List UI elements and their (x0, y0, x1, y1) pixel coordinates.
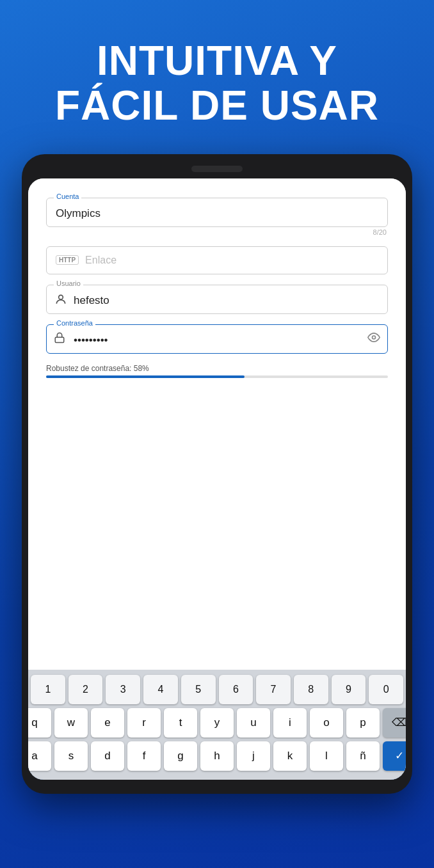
hero-line1: INTUITIVA Y (97, 38, 337, 84)
key-k[interactable]: k (273, 741, 307, 771)
key-1[interactable]: 1 (31, 675, 65, 704)
key-e[interactable]: e (91, 708, 124, 738)
tablet-wrapper: Cuenta 8/20 HTTP Enlace Usuario (0, 154, 434, 794)
key-p[interactable]: p (346, 708, 380, 738)
key-2[interactable]: 2 (68, 675, 103, 704)
keyboard-row-qwerty: q w e r t y u i o p ⌫ (31, 708, 403, 738)
strength-bar-fill (46, 375, 245, 378)
keyboard: 1 2 3 4 5 6 7 8 9 0 q w e r t (28, 670, 406, 780)
key-t[interactable]: t (164, 708, 197, 738)
key-u[interactable]: u (237, 708, 270, 738)
key-a[interactable]: a (28, 741, 51, 771)
key-d[interactable]: d (91, 741, 124, 771)
key-j[interactable]: j (237, 741, 270, 771)
hero-title: INTUITIVA Y FÁCIL DE USAR (0, 38, 434, 129)
key-o[interactable]: o (310, 708, 343, 738)
user-icon (54, 292, 68, 306)
tablet-notch (191, 166, 243, 172)
key-5[interactable]: 5 (181, 675, 216, 704)
key-r[interactable]: r (127, 708, 161, 738)
user-input[interactable] (46, 285, 388, 314)
svg-rect-1 (55, 337, 64, 342)
password-input[interactable] (46, 324, 388, 354)
eye-icon[interactable] (367, 331, 380, 347)
key-g[interactable]: g (164, 741, 197, 771)
key-4[interactable]: 4 (143, 675, 178, 704)
key-confirm[interactable]: ✓ (383, 741, 406, 771)
form-area: Cuenta 8/20 HTTP Enlace Usuario (28, 178, 406, 391)
hero-line2: FÁCIL DE USAR (55, 83, 379, 129)
key-i[interactable]: i (273, 708, 307, 738)
key-f[interactable]: f (127, 741, 161, 771)
password-label: Contraseña (54, 319, 95, 327)
user-field-group: Usuario (46, 285, 388, 314)
strength-bar-bg (46, 375, 388, 378)
key-w[interactable]: w (54, 708, 88, 738)
tablet-screen: Cuenta 8/20 HTTP Enlace Usuario (28, 178, 406, 780)
account-input[interactable] (46, 198, 388, 227)
user-label: Usuario (54, 280, 83, 287)
key-y[interactable]: y (200, 708, 234, 738)
content-area (28, 391, 406, 596)
account-field-group: Cuenta 8/20 (46, 198, 388, 236)
password-field-group: Contraseña (46, 324, 388, 354)
link-field[interactable]: HTTP Enlace (46, 246, 388, 274)
keyboard-row-numbers: 1 2 3 4 5 6 7 8 9 0 (31, 675, 403, 704)
key-7[interactable]: 7 (256, 675, 291, 704)
key-h[interactable]: h (200, 741, 234, 771)
http-badge: HTTP (56, 255, 79, 265)
key-8[interactable]: 8 (294, 675, 328, 704)
key-3[interactable]: 3 (106, 675, 140, 704)
key-n[interactable]: ñ (346, 741, 380, 771)
link-placeholder: Enlace (85, 255, 117, 266)
char-count: 8/20 (46, 228, 388, 236)
strength-label: Robustez de contraseña: 58% (46, 364, 388, 373)
tablet-frame: Cuenta 8/20 HTTP Enlace Usuario (22, 154, 412, 794)
svg-point-0 (59, 295, 63, 299)
lock-icon (54, 332, 65, 346)
keyboard-row-asdf: a s d f g h j k l ñ ✓ (31, 741, 403, 771)
key-s[interactable]: s (54, 741, 88, 771)
hero-section: INTUITIVA Y FÁCIL DE USAR (0, 0, 434, 154)
key-0[interactable]: 0 (369, 675, 403, 704)
account-label: Cuenta (54, 193, 81, 200)
key-l[interactable]: l (310, 741, 343, 771)
password-strength: Robustez de contraseña: 58% (46, 364, 388, 378)
svg-point-2 (373, 336, 376, 339)
key-6[interactable]: 6 (219, 675, 253, 704)
key-9[interactable]: 9 (332, 675, 366, 704)
key-q[interactable]: q (28, 708, 51, 738)
key-backspace[interactable]: ⌫ (383, 708, 406, 738)
